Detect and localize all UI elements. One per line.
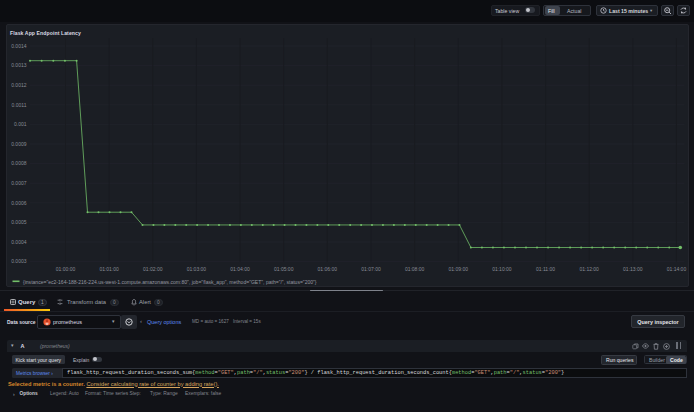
svg-text:0.0014: 0.0014 <box>11 43 27 49</box>
svg-text:01:10:00: 01:10:00 <box>492 266 512 272</box>
svg-text:01:09:00: 01:09:00 <box>448 266 468 272</box>
svg-text:01:07:00: 01:07:00 <box>361 266 381 272</box>
svg-text:0.0013: 0.0013 <box>11 62 27 68</box>
svg-text:01:11:00: 01:11:00 <box>535 266 554 272</box>
svg-text:01:01:00: 01:01:00 <box>99 266 119 272</box>
svg-text:01:13:00: 01:13:00 <box>623 266 643 272</box>
svg-text:0.0003: 0.0003 <box>11 258 27 264</box>
svg-text:0.0008: 0.0008 <box>11 160 27 166</box>
svg-text:0.0009: 0.0009 <box>11 141 27 147</box>
svg-text:0.0004: 0.0004 <box>11 239 27 245</box>
svg-text:01:04:00: 01:04:00 <box>230 266 250 272</box>
svg-text:01:03:00: 01:03:00 <box>186 266 206 272</box>
svg-text:0.001: 0.001 <box>13 121 26 127</box>
svg-text:0.0005: 0.0005 <box>11 219 27 225</box>
svg-text:0.0006: 0.0006 <box>11 200 27 206</box>
svg-text:0.0012: 0.0012 <box>11 82 27 88</box>
svg-text:01:06:00: 01:06:00 <box>317 266 337 272</box>
svg-text:01:12:00: 01:12:00 <box>579 266 599 272</box>
svg-text:01:00:00: 01:00:00 <box>55 266 75 272</box>
svg-text:{instance="ec2-164-188-216-224: {instance="ec2-164-188-216-224.us-west-1… <box>23 279 317 285</box>
svg-text:01:05:00: 01:05:00 <box>273 266 293 272</box>
svg-text:01:02:00: 01:02:00 <box>143 266 163 272</box>
svg-text:0.0007: 0.0007 <box>11 180 27 186</box>
svg-text:01:14:00: 01:14:00 <box>666 266 686 272</box>
svg-text:01:08:00: 01:08:00 <box>404 266 424 272</box>
svg-text:0.0011: 0.0011 <box>11 102 26 108</box>
